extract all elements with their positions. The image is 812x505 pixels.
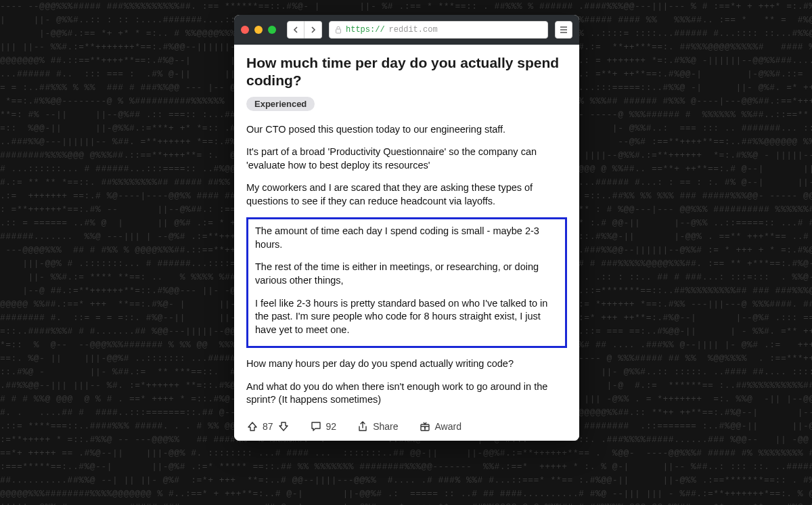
- forward-button[interactable]: [304, 21, 322, 39]
- hamburger-menu-button[interactable]: [555, 21, 572, 39]
- maximize-window-button[interactable]: [268, 26, 276, 34]
- award-label: Award: [435, 421, 461, 432]
- post-paragraph: Our CTO posed this question today to our…: [246, 123, 567, 137]
- close-window-button[interactable]: [241, 26, 249, 34]
- action-bar: 87 92 Share Award: [246, 416, 567, 433]
- post-title: How much time per day do you actually sp…: [246, 54, 567, 90]
- share-label: Share: [373, 421, 398, 432]
- post-paragraph: My coworkers and I are scared that they …: [246, 181, 567, 208]
- post-body: Our CTO posed this question today to our…: [246, 123, 567, 407]
- share-button[interactable]: Share: [357, 420, 398, 433]
- nav-buttons: [287, 21, 322, 39]
- post-paragraph: The rest of the time is either in meetin…: [255, 261, 558, 287]
- url-host: reddit.com: [389, 25, 438, 35]
- minimize-window-button[interactable]: [254, 26, 263, 34]
- title-bar: https://reddit.com: [234, 15, 579, 45]
- upvote-count: 87: [263, 421, 273, 432]
- award-icon: [419, 420, 431, 433]
- award-button[interactable]: Award: [419, 420, 461, 433]
- lock-icon: [335, 26, 342, 34]
- post-paragraph: It's part of a broad 'Productivity Quest…: [246, 146, 567, 172]
- comment-icon: [310, 420, 322, 433]
- downvote-button[interactable]: [277, 420, 290, 433]
- post-paragraph: How many hours per day do you spend actu…: [246, 357, 567, 371]
- url-protocol: https://: [346, 25, 385, 35]
- post-content: How much time per day do you actually sp…: [234, 45, 579, 441]
- window-controls: [241, 26, 276, 34]
- post-paragraph: The amount of time each day I spend codi…: [255, 225, 558, 251]
- svg-rect-0: [336, 29, 341, 33]
- upvote-button[interactable]: [246, 420, 258, 433]
- browser-window: https://reddit.com How much time per day…: [234, 15, 579, 441]
- post-paragraph: I feel like 2-3 hours is pretty standard…: [255, 297, 558, 337]
- url-bar[interactable]: https://reddit.com: [329, 21, 548, 39]
- vote-group: 87: [246, 420, 290, 433]
- comments-button[interactable]: 92: [310, 420, 337, 433]
- highlighted-section: The amount of time each day I spend codi…: [246, 217, 567, 348]
- comment-count: 92: [326, 421, 337, 432]
- back-button[interactable]: [287, 21, 304, 39]
- post-paragraph: And what do you do when there isn't enou…: [246, 380, 567, 407]
- share-icon: [357, 420, 369, 433]
- flair-badge[interactable]: Experienced: [246, 97, 315, 111]
